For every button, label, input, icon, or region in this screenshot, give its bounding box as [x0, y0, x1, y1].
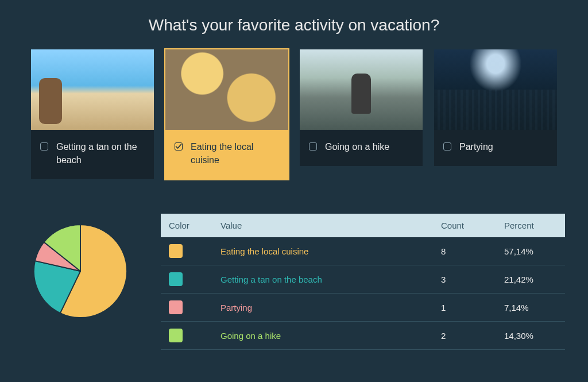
table-header-value: Value: [212, 214, 433, 237]
percent-cell: 14,30%: [496, 324, 565, 348]
pie-chart-container: [23, 214, 138, 323]
checkbox-icon[interactable]: [40, 142, 48, 151]
option-card[interactable]: Partying: [434, 49, 557, 166]
option-card[interactable]: Going on a hike: [300, 49, 423, 166]
color-cell: [161, 265, 212, 293]
option-label: Getting a tan on the beach: [56, 140, 145, 167]
option-image: [165, 49, 288, 130]
color-cell: [161, 322, 212, 349]
color-swatch: [169, 272, 183, 286]
table-header-row: Color Value Count Percent: [161, 214, 565, 237]
percent-cell: 21,42%: [496, 268, 565, 291]
option-image: [434, 49, 557, 130]
color-swatch: [169, 244, 183, 258]
option-label: Partying: [459, 140, 493, 153]
option-body: Going on a hike: [300, 130, 423, 166]
value-cell: Going on a hike: [212, 324, 433, 348]
color-swatch: [169, 300, 183, 314]
table-header-color: Color: [161, 214, 212, 237]
color-cell: [161, 237, 212, 265]
value-cell: Getting a tan on the beach: [212, 268, 433, 291]
pie-chart: [29, 219, 132, 323]
table-row: Going on a hike214,30%: [161, 322, 565, 350]
count-cell: 1: [433, 296, 496, 319]
percent-cell: 57,14%: [496, 240, 565, 263]
option-body: Getting a tan on the beach: [31, 130, 154, 179]
checkbox-icon[interactable]: [309, 142, 317, 151]
table-header-percent: Percent: [496, 214, 565, 237]
option-label: Going on a hike: [325, 140, 389, 153]
results-table: Color Value Count Percent Eating the loc…: [161, 214, 565, 350]
option-card[interactable]: Eating the local cuisine: [165, 49, 288, 179]
count-cell: 8: [433, 240, 496, 263]
table-row: Getting a tan on the beach321,42%: [161, 265, 565, 294]
color-cell: [161, 294, 212, 321]
option-card[interactable]: Getting a tan on the beach: [31, 49, 154, 179]
table-row: Partying17,14%: [161, 294, 565, 322]
option-body: Partying: [434, 130, 557, 166]
table-row: Eating the local cuisine857,14%: [161, 237, 565, 265]
checkbox-icon[interactable]: [175, 142, 183, 151]
count-cell: 3: [433, 268, 496, 291]
option-label: Eating the local cuisine: [191, 140, 279, 167]
table-header-count: Count: [433, 214, 496, 237]
color-swatch: [169, 329, 183, 342]
results-section: Color Value Count Percent Eating the loc…: [23, 214, 565, 350]
poll-question: What's your favorite activity on vacatio…: [23, 16, 565, 34]
checkbox-icon[interactable]: [443, 142, 451, 151]
value-cell: Eating the local cuisine: [212, 240, 433, 263]
option-image: [31, 49, 154, 130]
option-body: Eating the local cuisine: [165, 130, 288, 179]
count-cell: 2: [433, 324, 496, 348]
option-list: Getting a tan on the beachEating the loc…: [23, 49, 565, 179]
value-cell: Partying: [212, 296, 433, 319]
percent-cell: 7,14%: [496, 296, 565, 319]
option-image: [300, 49, 423, 130]
